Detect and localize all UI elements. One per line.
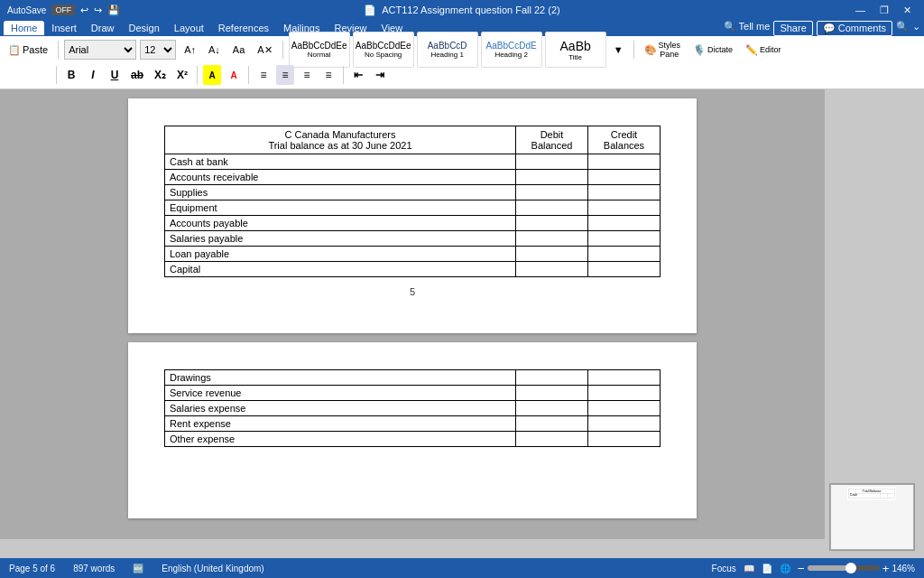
clear-format-button[interactable]: A✕ (253, 42, 276, 58)
styles-pane-icon: 🎨 (644, 44, 657, 56)
read-mode-icon[interactable]: 📖 (744, 564, 754, 573)
toolbar-area: 📋 Paste Arial 12 A↑ A↓ Aa A✕ AaBbCcDdEe … (0, 36, 924, 89)
table-row: Supplies (165, 185, 661, 200)
separator-1 (58, 41, 59, 59)
restore-button[interactable]: ❐ (874, 5, 894, 16)
table-row: Cash at bank (165, 154, 661, 170)
table-row: Salaries expense (165, 401, 661, 416)
autosave-toggle[interactable]: OFF (51, 5, 75, 15)
styles-pane-button[interactable]: 🎨 StylesPane (640, 39, 686, 61)
style-title[interactable]: AaBb Title (545, 32, 606, 68)
indent-increase-button[interactable]: ⇥ (371, 65, 389, 85)
minimize-button[interactable]: — (850, 5, 871, 16)
separator-3 (633, 41, 634, 59)
more-styles-button[interactable]: ▼ (609, 42, 628, 57)
row-loan: Loan payable (165, 247, 516, 262)
window-title: 📄 ACT112 Assignment question Fall 22 (2) (364, 5, 560, 16)
table-row: Capital (165, 262, 661, 277)
tab-layout[interactable]: Layout (167, 21, 211, 35)
web-layout-icon[interactable]: 🌐 (780, 564, 790, 573)
continuation-table: Drawings Service revenue Salaries expens… (164, 369, 661, 447)
undo-icon[interactable]: ↩ (80, 5, 88, 16)
highlight-button[interactable]: A (203, 65, 221, 85)
font-selector[interactable]: Arial (64, 40, 136, 60)
proofing-icon[interactable]: 🔤 (133, 564, 143, 573)
table-row: Loan payable (165, 247, 661, 262)
tab-references[interactable]: References (211, 21, 276, 35)
editor-button[interactable]: ✏️ Editor (741, 42, 786, 58)
paste-button[interactable]: 📋 Paste (4, 42, 52, 58)
print-layout-icon[interactable]: 📄 (762, 564, 772, 573)
table-row: Equipment (165, 200, 661, 216)
row-cash: Cash at bank (165, 154, 516, 170)
table-subtitle: Trial balance as at 30 June 2021 (174, 140, 506, 151)
styles-gallery: AaBbCcDdEe Normal AaBbCcDdEe No Spacing … (289, 32, 628, 68)
style-no-spacing[interactable]: AaBbCcDdEe No Spacing (353, 32, 414, 68)
strikethrough-button[interactable]: ab (127, 65, 147, 85)
style-normal[interactable]: AaBbCcDdEe Normal (289, 32, 350, 68)
separator-6 (248, 66, 249, 84)
page-2: Drawings Service revenue Salaries expens… (128, 342, 697, 518)
dictate-button[interactable]: 🎙️ Dictate (688, 42, 737, 58)
underline-button[interactable]: U (106, 65, 124, 85)
separator-4 (56, 66, 57, 84)
zoom-slider-thumb[interactable] (845, 563, 856, 573)
focus-button[interactable]: Focus (712, 564, 736, 573)
language: English (United Kingdom) (162, 564, 263, 573)
share-button[interactable]: Share (773, 21, 812, 36)
italic-button[interactable]: I (84, 65, 102, 85)
tab-insert[interactable]: Insert (44, 21, 84, 35)
decrease-font-button[interactable]: A↓ (204, 42, 225, 57)
tab-home[interactable]: Home (4, 21, 44, 35)
document-area: C Canada Manufacturers Trial balance as … (0, 89, 825, 539)
row-salaries-expense: Salaries expense (165, 401, 516, 416)
table-row: Service revenue (165, 386, 661, 401)
page-1: C Canada Manufacturers Trial balance as … (128, 98, 697, 333)
align-center-button[interactable]: ≡ (276, 65, 294, 85)
table-row: Other expense (165, 432, 661, 447)
table-row: Salaries payable (165, 231, 661, 247)
row-ap: Accounts payable (165, 216, 516, 231)
font-color-button[interactable]: A (225, 65, 243, 85)
trial-balance-table: C Canada Manufacturers Trial balance as … (164, 126, 661, 277)
redo-icon[interactable]: ↪ (94, 5, 102, 16)
page-info: Page 5 of 6 (9, 564, 55, 573)
balanced-header: Balanced (521, 140, 583, 151)
separator-7 (343, 66, 344, 84)
save-icon[interactable]: 💾 (107, 5, 120, 16)
row-equipment: Equipment (165, 200, 516, 216)
justify-button[interactable]: ≡ (319, 65, 337, 85)
document-thumbnail: Trial Balance Cash (829, 483, 915, 551)
zoom-control: − + 146% (798, 562, 915, 575)
change-case-button[interactable]: Aa (228, 42, 249, 57)
font-size-selector[interactable]: 12 (140, 40, 176, 60)
row-rent-expense: Rent expense (165, 416, 516, 432)
zoom-out-button[interactable]: − (798, 562, 805, 575)
row-drawings: Drawings (165, 370, 516, 386)
table-row: Rent expense (165, 416, 661, 432)
tell-me-input[interactable]: 🔍 Tell me (724, 21, 771, 36)
style-heading2[interactable]: AaBbCcDdE Heading 2 (481, 32, 542, 68)
balances-header: Balances (593, 140, 655, 151)
tab-design[interactable]: Design (122, 21, 167, 35)
subscript-button[interactable]: X₂ (151, 65, 170, 85)
editor-icon: ✏️ (745, 44, 758, 56)
minimize-ribbon-icon[interactable]: ⌄ (912, 21, 920, 36)
close-button[interactable]: ✕ (898, 5, 917, 16)
indent-decrease-button[interactable]: ⇤ (349, 65, 367, 85)
style-heading1[interactable]: AaBbCcD Heading 1 (417, 32, 478, 68)
align-left-button[interactable]: ≡ (254, 65, 273, 85)
superscript-button[interactable]: X² (173, 65, 191, 85)
tab-draw[interactable]: Draw (84, 21, 122, 35)
company-name: C Canada Manufacturers (174, 129, 506, 140)
comments-button[interactable]: 💬 Comments (817, 21, 892, 36)
row-capital: Capital (165, 262, 516, 277)
word-count: 897 words (73, 564, 115, 573)
align-right-button[interactable]: ≡ (298, 65, 316, 85)
zoom-in-button[interactable]: + (882, 562, 890, 575)
increase-font-button[interactable]: A↑ (180, 42, 200, 57)
paste-icon: 📋 (8, 44, 21, 56)
thumbnail-panel: Trial Balance Cash (825, 89, 924, 539)
bold-button[interactable]: B (62, 65, 80, 85)
search-icon[interactable]: 🔍 (896, 21, 909, 36)
